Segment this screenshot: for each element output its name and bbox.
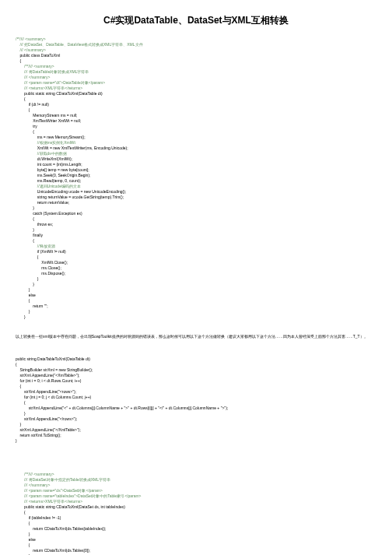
code-line: XmlWt.Close(); (16, 260, 376, 265)
code-line: /// <param name="tableIndex">DataSet对象中的… (16, 494, 376, 499)
code-line: /// <param name="ds">DataSet对象</param> (16, 488, 376, 494)
code-line: byte[] temp = new byte[count]; (16, 167, 376, 173)
code-line: { (16, 521, 376, 526)
code-line: { (16, 543, 376, 548)
code-line: XmlTextWriter XmlWt = null; (16, 118, 376, 124)
code-line: /**//// <summary> (16, 472, 376, 477)
code-block-method3-body: if (tableIndex != -1) { return CDataToXm… (16, 515, 376, 555)
code-line: /// 把DataSet、DataTable、DataView格式转换成XML字… (16, 42, 376, 47)
code-line: strXml.AppendLine("<XmlTable>"); (16, 373, 376, 378)
code-line: { (16, 510, 376, 515)
code-line: { (16, 255, 376, 260)
code-line: strXml.AppendLine("</rows>"); (16, 416, 376, 422)
code-line: else (16, 293, 376, 298)
code-line: return ""; (16, 304, 376, 309)
code-line: { (16, 400, 376, 406)
code-line: string returnValue = ucode.GetString(tem… (16, 195, 376, 200)
code-line: public class DataToXml (16, 53, 376, 58)
code-block-method3-comment: /**//// <summary> /// 将DataSet对象中指定的Tabl… (16, 472, 376, 515)
code-line: //释放资源 (16, 244, 376, 249)
code-line: try (16, 124, 376, 129)
code-line: /// <param name="dt">DataTable对象</param> (16, 80, 376, 86)
code-line: strXml.AppendLine("<" + dt.Columns[j].Co… (16, 406, 376, 411)
code-line: finally (16, 233, 376, 238)
code-line: if (dt != null) (16, 102, 376, 107)
code-line: { (16, 97, 376, 102)
code-line: } (16, 287, 376, 293)
code-line: return returnValue; (16, 200, 376, 205)
code-line: } (16, 411, 376, 416)
code-line: ms.Dispose(); (16, 271, 376, 276)
code-line: } (16, 205, 376, 211)
code-line: /**//// <summary> (16, 64, 376, 69)
code-line: dt.WriteXml(XmlWt); (16, 156, 376, 162)
code-block-top-comment: /**//// <summary> /// 把DataSet、DataTable… (16, 37, 376, 64)
code-line: ms.Seek(0, SeekOrigin.Begin); (16, 173, 376, 178)
code-line: { (16, 216, 376, 222)
code-line: } (16, 309, 376, 314)
code-line: /// 将DataSet对象中指定的Table转换成XML字符串 (16, 477, 376, 483)
code-line: /// <returns>XML字符串</returns> (16, 499, 376, 504)
code-line: ms.Close(); (16, 265, 376, 271)
code-line: /**//// <summary> (16, 37, 376, 42)
code-line: /// <returns>XML字符串</returns> (16, 86, 376, 91)
code-line: catch (System.Exception ex) (16, 211, 376, 216)
code-line: for (int j = 0; j < dt.Columns.Count; j+… (16, 395, 376, 400)
code-block-method1-body: if (dt != null) { MemoryStream ms = null… (16, 102, 376, 320)
method2-signature: public string DataTableToXml(DataTable d… (16, 357, 376, 362)
code-line: return CDataToXml(ds.Tables[0]); (16, 548, 376, 553)
code-line: } (16, 422, 376, 427)
code-line: } (16, 532, 376, 537)
code-line: //返回Unicode编码的文本 (16, 184, 376, 189)
code-line: XmlWt = new XmlTextWriter(ms, Encoding.U… (16, 146, 376, 151)
code-line: public static string CDataToXml(DataTabl… (16, 91, 376, 97)
code-line: { (16, 58, 376, 64)
code-line: } (16, 276, 376, 282)
code-line: return CDataToXml(ds.Tables[tableIndex])… (16, 526, 376, 532)
code-line: //获取ds中的数据 (16, 151, 376, 156)
code-line: } (16, 227, 376, 233)
code-line: else (16, 537, 376, 543)
code-line: { (16, 107, 376, 113)
code-line: ms.Read(temp, 0, count); (16, 178, 376, 184)
code-line: StringBuilder strXml = new StringBuilder… (16, 367, 376, 373)
code-line: strXml.AppendLine("</XmlTable>"); (16, 427, 376, 433)
code-line: UnicodeEncoding ucode = new UnicodeEncod… (16, 189, 376, 195)
code-line: { (16, 238, 376, 244)
code-line: /// </summary> (16, 75, 376, 80)
code-line: /// </summary> (16, 47, 376, 53)
code-line: { (16, 129, 376, 135)
code-line: if (tableIndex != -1) (16, 515, 376, 521)
code-block-method1-comment: /**//// <summary> /// 将DataTable对象转换成XML… (16, 64, 376, 102)
code-line: int count = (int)ms.Length; (16, 162, 376, 167)
code-line: /// 将DataTable对象转换成XML字符串 (16, 69, 376, 75)
code-line: ms = new MemoryStream(); (16, 135, 376, 140)
code-line: MemoryStream ms = null; (16, 113, 376, 118)
code-line: } (16, 314, 376, 320)
code-line: if (XmlWt != null) (16, 249, 376, 255)
code-line: throw ex; (16, 222, 376, 227)
code-line: for (int i = 0; i < dt.Rows.Count; i++) (16, 378, 376, 384)
page-title: C#实现DataTable、DataSet与XML互相转换 (16, 14, 376, 27)
code-line: { (16, 384, 376, 389)
code-line: //根据ms实例化XmlWt (16, 140, 376, 146)
code-line: } (16, 438, 376, 444)
code-line: public static string CDataToXml(DataSet … (16, 504, 376, 510)
code-line: { (16, 362, 376, 367)
code-line: } (16, 282, 376, 287)
code-line: /// </summary> (16, 483, 376, 488)
code-block-method2-body: { StringBuilder strXml = new StringBuild… (16, 362, 376, 444)
code-line: strXml.AppendLine("<rows>"); (16, 389, 376, 395)
explanation-paragraph: 以上转换在一些xml版本中存在问题，会出现SoapToolkit提供的对映源则的… (16, 334, 376, 339)
code-line: return strXml.ToString(); (16, 433, 376, 438)
code-line: { (16, 298, 376, 304)
